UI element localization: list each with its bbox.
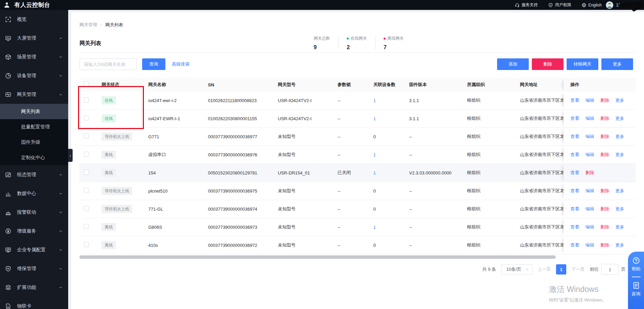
horizontal-scrollbar[interactable] bbox=[79, 255, 556, 259]
sidebar-subitem-定制化中心[interactable]: 定制化中心 bbox=[0, 150, 68, 165]
row-checkbox[interactable] bbox=[84, 224, 89, 229]
op-编辑[interactable]: 编辑 bbox=[585, 224, 594, 230]
op-更多[interactable]: 更多 bbox=[615, 115, 624, 122]
op-编辑[interactable]: 编辑 bbox=[585, 188, 594, 194]
row-checkbox[interactable] bbox=[84, 115, 89, 121]
sidebar-item-报警联动[interactable]: 报警联动 bbox=[0, 203, 68, 222]
op-查看[interactable]: 查看 bbox=[570, 242, 579, 248]
sidebar-collapse-handle[interactable]: ‹ bbox=[68, 149, 73, 162]
op-编辑[interactable]: 编辑 bbox=[585, 242, 594, 248]
sidebar-item-维保管理[interactable]: 维保管理 bbox=[0, 259, 68, 278]
page-size-select[interactable]: 10条/页 bbox=[501, 264, 533, 275]
device-count-link[interactable]: 1 bbox=[373, 98, 376, 103]
row-checkbox[interactable] bbox=[84, 97, 89, 102]
op-更多[interactable]: 更多 bbox=[615, 188, 624, 194]
content-card: 网关管理 › 网关列表 网关列表 网关总数 9 在线网关 2 离线网关 7 bbox=[71, 12, 644, 309]
sidebar-subitem-固件升级[interactable]: 固件升级 bbox=[0, 135, 68, 150]
sidebar-item-企业专属配置[interactable]: 企业专属配置 bbox=[0, 240, 68, 259]
op-删除[interactable]: 删除 bbox=[600, 242, 609, 248]
op-删除[interactable]: 删除 bbox=[585, 170, 594, 176]
cell-model: USR-DR154_01 bbox=[278, 170, 338, 175]
op-查看[interactable]: 查看 bbox=[570, 97, 579, 103]
cell-name: G806S bbox=[148, 225, 208, 230]
op-查看[interactable]: 查看 bbox=[570, 152, 579, 158]
op-删除[interactable]: 删除 bbox=[600, 224, 609, 230]
scene-icon bbox=[5, 54, 11, 60]
op-更多[interactable]: 更多 bbox=[615, 134, 624, 140]
more-button[interactable]: 更多 bbox=[601, 58, 633, 70]
op-编辑[interactable]: 编辑 bbox=[585, 97, 594, 103]
sidebar-item-概览[interactable]: 概览 bbox=[0, 10, 68, 29]
sidebar-item-组态管理[interactable]: 组态管理 bbox=[0, 165, 68, 184]
advanced-search-link[interactable]: 高级搜索 bbox=[172, 61, 190, 67]
row-checkbox[interactable] bbox=[84, 134, 89, 139]
column-header-ops: 操作 bbox=[564, 78, 636, 92]
sidebar-subitem-网关列表[interactable]: 网关列表 bbox=[0, 104, 68, 119]
sidebar-subitem-批量配置管理[interactable]: 批量配置管理 bbox=[0, 119, 68, 135]
op-编辑[interactable]: 编辑 bbox=[585, 152, 594, 158]
op-删除[interactable]: 删除 bbox=[600, 134, 609, 140]
top-nav-item[interactable]: 用户权限 bbox=[548, 2, 571, 8]
top-nav-item[interactable]: English bbox=[582, 3, 602, 8]
op-删除[interactable]: 删除 bbox=[600, 206, 609, 212]
cell-org: 根组织 bbox=[467, 242, 520, 248]
device-count-link[interactable]: 1 bbox=[373, 170, 376, 175]
op-更多[interactable]: 更多 bbox=[615, 242, 624, 248]
op-查看[interactable]: 查看 bbox=[570, 224, 579, 230]
op-删除[interactable]: 删除 bbox=[600, 115, 609, 122]
op-查看[interactable]: 查看 bbox=[570, 188, 579, 194]
top-nav-item[interactable]: 服务支持 bbox=[515, 2, 538, 8]
op-更多[interactable]: 更多 bbox=[615, 97, 624, 103]
status-badge: 等待初次上线 bbox=[102, 132, 132, 141]
sidebar-item-场景管理[interactable]: 场景管理 bbox=[0, 47, 68, 66]
add-button[interactable]: 添加 bbox=[497, 58, 529, 70]
stat-online-value: 2 bbox=[347, 44, 367, 51]
row-checkbox[interactable] bbox=[84, 188, 89, 193]
sidebar-item-扩展功能[interactable]: 扩展功能 bbox=[0, 278, 68, 297]
sidebar-item-增值服务[interactable]: 增值服务 bbox=[0, 222, 68, 240]
goto-page-input[interactable] bbox=[601, 264, 618, 275]
op-删除[interactable]: 删除 bbox=[600, 97, 609, 103]
row-checkbox[interactable] bbox=[84, 170, 89, 175]
sidebar-item-物联卡[interactable]: 物联卡 bbox=[0, 297, 68, 309]
help-button[interactable]: 帮助 bbox=[632, 257, 641, 272]
op-更多[interactable]: 更多 bbox=[615, 224, 624, 230]
op-编辑[interactable]: 编辑 bbox=[585, 115, 594, 122]
current-page-button[interactable]: 1 bbox=[556, 264, 566, 275]
device-count-link[interactable]: 1 bbox=[373, 116, 376, 121]
op-编辑[interactable]: 编辑 bbox=[585, 134, 594, 140]
prev-page-button[interactable]: 上一页 bbox=[538, 266, 551, 272]
select-all-checkbox[interactable] bbox=[84, 82, 89, 87]
op-查看[interactable]: 查看 bbox=[570, 115, 579, 122]
avatar[interactable] bbox=[606, 1, 613, 9]
user-chip[interactable]: 1365 bbox=[606, 0, 644, 10]
sidebar-item-大屏管理[interactable]: 大屏管理 bbox=[0, 29, 68, 47]
cell-operations: 查看编辑删除更多 bbox=[564, 110, 636, 127]
delete-button[interactable]: 删除 bbox=[532, 58, 564, 70]
op-查看[interactable]: 查看 bbox=[570, 206, 579, 212]
device-count-link[interactable]: 1 bbox=[373, 152, 376, 157]
sidebar-item-数据中心[interactable]: 数据中心 bbox=[0, 184, 68, 203]
consult-button[interactable]: 咨询 bbox=[632, 282, 641, 297]
next-page-button[interactable]: 下一页 bbox=[571, 266, 585, 272]
breadcrumb-gateway-management[interactable]: 网关管理 bbox=[79, 22, 97, 28]
sidebar-item-设备管理[interactable]: 设备管理 bbox=[0, 66, 68, 85]
op-删除[interactable]: 删除 bbox=[600, 188, 609, 194]
device-count-link[interactable]: 1 bbox=[373, 225, 376, 230]
sidebar-item-网关管理[interactable]: 网关管理 bbox=[0, 85, 68, 104]
op-更多[interactable]: 更多 bbox=[615, 152, 624, 158]
query-button[interactable]: 查询 bbox=[142, 58, 165, 70]
cell-model: 未知型号 bbox=[278, 134, 338, 140]
transfer-gateway-button[interactable]: 转移网关 bbox=[567, 58, 598, 70]
op-查看[interactable]: 查看 bbox=[570, 170, 579, 176]
op-编辑[interactable]: 编辑 bbox=[585, 206, 594, 212]
search-input[interactable] bbox=[79, 58, 137, 70]
column-header-label: 网关型号 bbox=[278, 82, 296, 87]
row-checkbox[interactable] bbox=[84, 242, 89, 247]
row-checkbox[interactable] bbox=[84, 206, 89, 211]
op-查看[interactable]: 查看 bbox=[570, 134, 579, 140]
app-logo: 有人云控制台 bbox=[0, 1, 68, 9]
row-checkbox[interactable] bbox=[84, 152, 89, 157]
op-更多[interactable]: 更多 bbox=[615, 206, 624, 212]
op-删除[interactable]: 删除 bbox=[600, 152, 609, 158]
